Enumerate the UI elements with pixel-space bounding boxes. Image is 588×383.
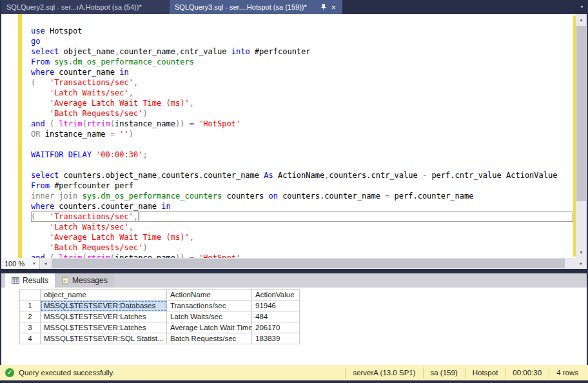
grid-cell[interactable]: 91946 (252, 300, 300, 311)
close-icon[interactable]: × (329, 3, 337, 12)
code-line[interactable]: and ( ltrim(rtrim(instance_name)) = 'Hot… (31, 253, 573, 258)
grid-cell[interactable]: MSSQL$TESTSEVER:SQL Statist... (41, 333, 167, 344)
code-line[interactable]: 'Average Latch Wait Time (ms)', (31, 232, 573, 242)
code-token: counter_name (54, 68, 119, 77)
code-token: instance_name (40, 130, 110, 139)
grid-cell[interactable]: Latch Waits/sec (167, 311, 252, 322)
code-line[interactable]: inner join sys.dm_os_performance_counter… (31, 191, 573, 201)
grid-cell[interactable]: MSSQL$TESTSEVER:Latches (41, 322, 167, 333)
row-header[interactable]: 1 (20, 300, 41, 311)
code-line[interactable]: -select counters.object_name,counters.co… (31, 170, 573, 181)
code-token: sys.dm_os_performance_counters (77, 192, 222, 201)
code-line[interactable]: From #perfcounter perf (31, 181, 573, 191)
status-duration: 00:00:30 (505, 368, 549, 378)
editor-vertical-scrollbar[interactable]: ▲ ▼ (576, 14, 587, 258)
code-token: OR (31, 130, 40, 139)
code-line[interactable]: go (31, 36, 573, 46)
grid-corner[interactable] (20, 290, 41, 300)
pin-icon[interactable] (320, 3, 327, 11)
code-lines[interactable]: -use Hotspotgo-select object_name,counte… (31, 15, 573, 258)
grid-cell[interactable]: MSSQL$TESTSEVER:Databases (41, 300, 167, 311)
results-grid-icon (12, 277, 19, 284)
code-line[interactable]: where counters.counter_name in (31, 201, 573, 211)
code-token: ; (142, 150, 147, 159)
check-glyph: ✓ (7, 369, 12, 376)
code-line[interactable]: -select object_name,counter_name,cntr_va… (31, 46, 573, 57)
code-token: go (31, 37, 40, 46)
tab-sqlquery3[interactable]: SQLQuery3.sql - ser....Hotspot (sa (159)… (170, 0, 342, 14)
code-token: 'Average Latch Wait Time (ms)' (50, 99, 190, 108)
code-token: , (190, 233, 194, 242)
results-table: object_nameActionNameActionValue 1MSSQL$… (19, 289, 300, 344)
column-header[interactable]: ActionValue (252, 290, 300, 300)
tab-label: Results (23, 276, 48, 285)
code-line[interactable]: 'Average Latch Wait Time (ms)', (31, 98, 573, 108)
code-token: ) (129, 130, 133, 139)
code-token: ( (45, 119, 59, 128)
code-line[interactable] (31, 160, 573, 170)
code-token: ActionName (273, 171, 324, 180)
tab-messages[interactable]: Messages (55, 273, 114, 288)
scroll-right-icon[interactable]: ► (576, 258, 587, 269)
grid-cell[interactable]: Batch Requests/sec (167, 333, 252, 344)
code-line[interactable] (31, 139, 573, 150)
code-line[interactable]: ( 'Transactions/sec', (31, 77, 573, 88)
column-header[interactable]: ActionName (167, 290, 252, 300)
code-line[interactable]: ( 'Transactions/sec', (31, 211, 573, 222)
code-line[interactable]: 'Latch Waits/sec', (31, 222, 573, 232)
code-token: inner join (31, 192, 77, 201)
document-list-dropdown-icon[interactable]: ▼ (580, 5, 584, 9)
grid-cell[interactable]: Transactions/sec (167, 300, 252, 311)
code-line[interactable]: WAITFOR DELAY '00:00:30'; (31, 150, 573, 160)
zoom-selector[interactable]: 100 % ▼ (1, 258, 40, 269)
code-token: rtrim (87, 253, 110, 258)
column-header[interactable]: object_name (41, 290, 167, 300)
code-token: and (31, 253, 45, 258)
code-line[interactable]: and ( ltrim(rtrim(instance_name)) = 'Hot… (31, 119, 573, 129)
vertical-scrollbar-thumb[interactable] (576, 26, 586, 201)
code-token: 'Transactions/sec' (50, 212, 133, 221)
grid-cell[interactable]: MSSQL$TESTSEVER:Latches (41, 311, 167, 322)
code-token (35, 78, 50, 87)
code-line[interactable]: where counter_name in (31, 67, 573, 77)
code-token: where (31, 68, 54, 77)
code-line[interactable]: 'Latch Waits/sec', (31, 88, 573, 98)
row-header[interactable]: 4 (20, 333, 41, 344)
grid-cell[interactable]: Average Latch Wait Time (ms) (167, 322, 252, 333)
code-line[interactable]: 'Batch Requests/sec') (31, 242, 573, 253)
tab-label: SQLQuery2.sql - ser...rA.Hotspot (sa (54… (6, 3, 142, 11)
code-token: counters (222, 192, 268, 201)
code-line[interactable]: OR instance_name = '') (31, 129, 573, 139)
grid-body: 1MSSQL$TESTSEVER:DatabasesTransactions/s… (20, 300, 300, 344)
code-token: #perfcounter (250, 47, 311, 56)
row-header[interactable]: 2 (20, 311, 41, 322)
grid-cell[interactable]: 484 (252, 311, 300, 322)
code-token: 'Latch Waits/sec' (50, 222, 129, 231)
code-token: in (119, 68, 128, 77)
row-header[interactable]: 3 (20, 322, 41, 333)
code-token: ( (110, 119, 115, 128)
code-token: counter_name (119, 47, 175, 56)
code-line[interactable]: use Hotspot (31, 26, 573, 36)
code-token: into (231, 47, 250, 56)
tab-results[interactable]: Results (5, 273, 55, 288)
code-token (35, 212, 50, 221)
code-line[interactable]: 'Batch Requests/sec') (31, 108, 573, 119)
horizontal-scrollbar-thumb[interactable] (52, 259, 565, 268)
code-line[interactable]: - (31, 15, 573, 26)
status-user: sa (159) (423, 368, 465, 378)
scroll-up-icon[interactable]: ▲ (576, 14, 587, 25)
grid-cell[interactable]: 206170 (252, 322, 300, 333)
results-grid: object_nameActionNameActionValue 1MSSQL$… (19, 289, 300, 344)
code-line[interactable]: From sys.dm_os_performance_counters (31, 57, 573, 67)
zoom-dropdown-icon: ▼ (32, 262, 36, 266)
scroll-down-icon[interactable]: ▼ (576, 247, 587, 258)
table-row: 1MSSQL$TESTSEVER:DatabasesTransactions/s… (20, 300, 300, 311)
results-pane: Results Messages object_nameActionNameAc… (1, 273, 587, 365)
tab-sqlquery2[interactable]: SQLQuery2.sql - ser...rA.Hotspot (sa (54… (1, 0, 170, 14)
code-editor[interactable]: -use Hotspotgo-select object_name,counte… (1, 14, 587, 258)
scroll-left-icon[interactable]: ◄ (40, 258, 51, 269)
grid-cell[interactable]: 183839 (252, 333, 300, 344)
code-token: #perfcounter perf (50, 181, 133, 190)
code-token: ( (110, 253, 115, 258)
